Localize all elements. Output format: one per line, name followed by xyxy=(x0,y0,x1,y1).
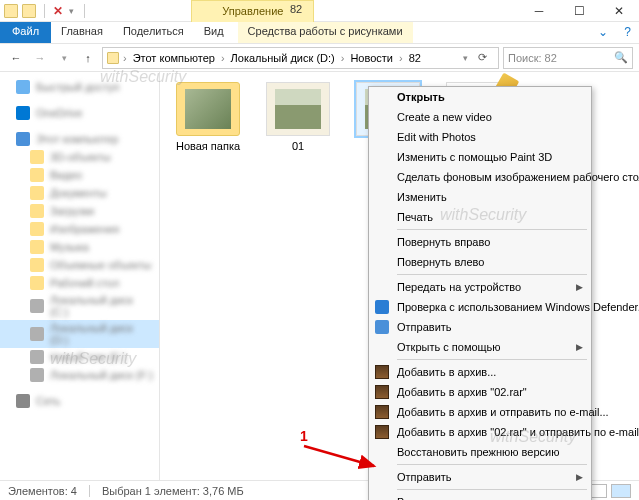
minimize-button[interactable]: ─ xyxy=(519,0,559,22)
context-menu-item[interactable]: Повернуть влево xyxy=(369,252,591,272)
context-menu-item[interactable]: Печать xyxy=(369,207,591,227)
status-item-count: Элементов: 4 xyxy=(8,485,77,497)
sidebar-item[interactable]: Локальный диск (F:) xyxy=(0,366,159,384)
context-menu-item[interactable]: Открыть с помощью▶ xyxy=(369,337,591,357)
sidebar-item[interactable]: Локальный диск (C:) xyxy=(0,292,159,320)
context-menu-item[interactable]: Изменить с помощью Paint 3D xyxy=(369,147,591,167)
submenu-arrow-icon: ▶ xyxy=(576,342,583,352)
file-item[interactable]: 01 xyxy=(262,82,334,152)
sidebar-item[interactable]: Музыка xyxy=(0,238,159,256)
ribbon-expand-icon[interactable]: ⌄ xyxy=(590,22,616,43)
submenu-arrow-icon: ▶ xyxy=(576,282,583,292)
context-menu-item[interactable]: Передать на устройство▶ xyxy=(369,277,591,297)
ribbon-tab-picture-tools[interactable]: Средства работы с рисунками xyxy=(238,22,413,43)
file-label: 01 xyxy=(262,140,334,152)
sidebar-onedrive[interactable]: OneDrive xyxy=(36,107,82,119)
context-menu-item[interactable]: Отправить▶ xyxy=(369,467,591,487)
view-icons-button[interactable] xyxy=(611,484,631,498)
close-button[interactable]: ✕ xyxy=(599,0,639,22)
sidebar-item[interactable]: 3D-объекты xyxy=(0,148,159,166)
context-menu-item[interactable]: Восстановить прежнюю версию xyxy=(369,442,591,462)
ribbon-tab-home[interactable]: Главная xyxy=(51,22,113,43)
context-menu: ОткрытьCreate a new videoEdit with Photo… xyxy=(368,86,592,500)
sidebar-network[interactable]: Сеть xyxy=(36,395,60,407)
sidebar-item[interactable]: Загрузки xyxy=(0,202,159,220)
submenu-arrow-icon: ▶ xyxy=(576,472,583,482)
breadcrumb-item[interactable]: Этот компьютер xyxy=(131,52,217,64)
qat-delete-icon[interactable]: ✕ xyxy=(53,4,63,18)
help-icon[interactable]: ? xyxy=(616,22,639,43)
nav-back-button[interactable]: ← xyxy=(6,48,26,68)
rar-icon xyxy=(375,365,389,379)
context-menu-item[interactable]: Отправить xyxy=(369,317,591,337)
context-menu-item[interactable]: Проверка с использованием Windows Defend… xyxy=(369,297,591,317)
rar-icon xyxy=(375,405,389,419)
qat-dropdown-icon[interactable]: ▾ xyxy=(67,6,76,16)
sidebar-this-pc[interactable]: Этот компьютер xyxy=(36,133,118,145)
context-menu-item[interactable]: Create a new video xyxy=(369,107,591,127)
file-tab[interactable]: Файл xyxy=(0,22,51,43)
ribbon-tab-view[interactable]: Вид xyxy=(194,22,234,43)
nav-recent-dropdown[interactable]: ▾ xyxy=(54,48,74,68)
def-icon xyxy=(375,300,389,314)
context-menu-item[interactable]: Edit with Photos xyxy=(369,127,591,147)
sidebar-item[interactable]: Новый том (E:) xyxy=(0,348,159,366)
refresh-icon[interactable]: ⟳ xyxy=(470,51,494,64)
status-selection: Выбран 1 элемент: 3,76 МБ xyxy=(102,485,244,497)
sidebar-item[interactable]: Изображения xyxy=(0,220,159,238)
sidebar-item[interactable]: Объемные объекты xyxy=(0,256,159,274)
sidebar-item[interactable]: Видео xyxy=(0,166,159,184)
titlebar: ✕ ▾ Управление 82 ─ ☐ ✕ xyxy=(0,0,639,22)
sidebar-item[interactable]: Документы xyxy=(0,184,159,202)
search-icon: 🔍 xyxy=(614,51,628,64)
annotation-number: 1 xyxy=(300,428,308,444)
ribbon-tab-share[interactable]: Поделиться xyxy=(113,22,194,43)
context-menu-item[interactable]: Добавить в архив и отправить по e-mail..… xyxy=(369,402,591,422)
sidebar-item[interactable]: Локальный диск (D:) xyxy=(0,320,159,348)
rar-icon xyxy=(375,425,389,439)
navigation-pane[interactable]: Быстрый доступ OneDrive Этот компьютер 3… xyxy=(0,72,160,480)
breadcrumb-item[interactable]: Локальный диск (D:) xyxy=(229,52,337,64)
context-menu-item[interactable]: Повернуть вправо xyxy=(369,232,591,252)
file-label: Новая папка xyxy=(172,140,244,152)
context-menu-item[interactable]: Открыть xyxy=(369,87,591,107)
folder-icon xyxy=(4,4,18,18)
breadcrumb-item[interactable]: Новости xyxy=(348,52,395,64)
breadcrumb[interactable]: › Этот компьютер› Локальный диск (D:)› Н… xyxy=(102,47,499,69)
context-menu-item[interactable]: Изменить xyxy=(369,187,591,207)
share-icon xyxy=(375,320,389,334)
context-menu-item[interactable]: Добавить в архив "02.rar" xyxy=(369,382,591,402)
maximize-button[interactable]: ☐ xyxy=(559,0,599,22)
folder-icon xyxy=(107,52,119,64)
sidebar-item[interactable]: Рабочий стол xyxy=(0,274,159,292)
context-menu-item[interactable]: Добавить в архив "02.rar" и отправить по… xyxy=(369,422,591,442)
nav-up-button[interactable]: ↑ xyxy=(78,48,98,68)
search-input[interactable]: Поиск: 82 🔍 xyxy=(503,47,633,69)
window-title: 82 xyxy=(290,3,302,15)
context-menu-item[interactable]: Добавить в архив... xyxy=(369,362,591,382)
sidebar-quick-access[interactable]: Быстрый доступ xyxy=(36,81,120,93)
ribbon: Файл Главная Поделиться Вид Средства раб… xyxy=(0,22,639,44)
file-item[interactable]: Новая папка xyxy=(172,82,244,152)
context-menu-item[interactable]: Вырезать xyxy=(369,492,591,500)
folder-icon xyxy=(22,4,36,18)
nav-forward-button[interactable]: → xyxy=(30,48,50,68)
rar-icon xyxy=(375,385,389,399)
context-menu-item[interactable]: Сделать фоновым изображением рабочего ст… xyxy=(369,167,591,187)
addressbar: ← → ▾ ↑ › Этот компьютер› Локальный диск… xyxy=(0,44,639,72)
breadcrumb-item[interactable]: 82 xyxy=(407,52,423,64)
